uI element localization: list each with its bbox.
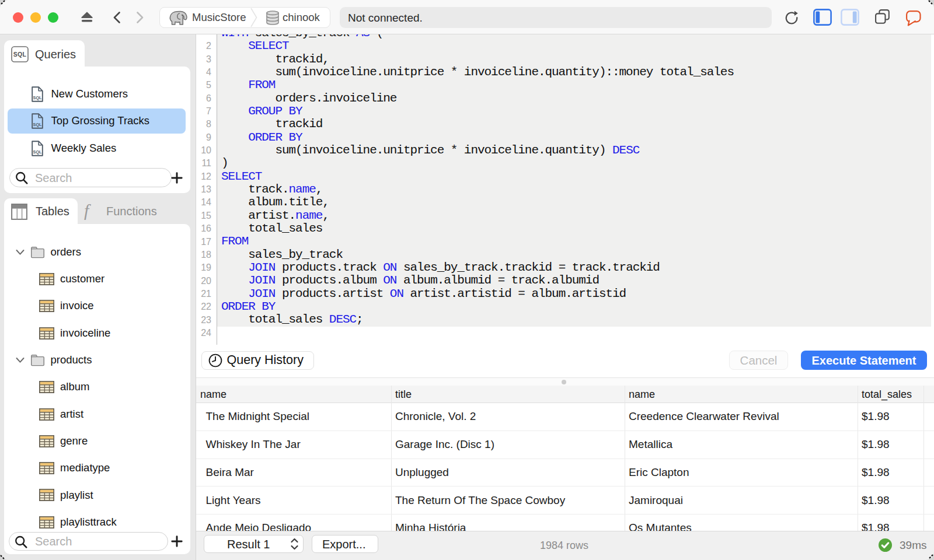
svg-text:SQL: SQL bbox=[33, 95, 42, 100]
svg-text:SQL: SQL bbox=[13, 51, 27, 58]
svg-text:SQL: SQL bbox=[33, 122, 42, 127]
svg-text:SQL: SQL bbox=[33, 149, 42, 154]
